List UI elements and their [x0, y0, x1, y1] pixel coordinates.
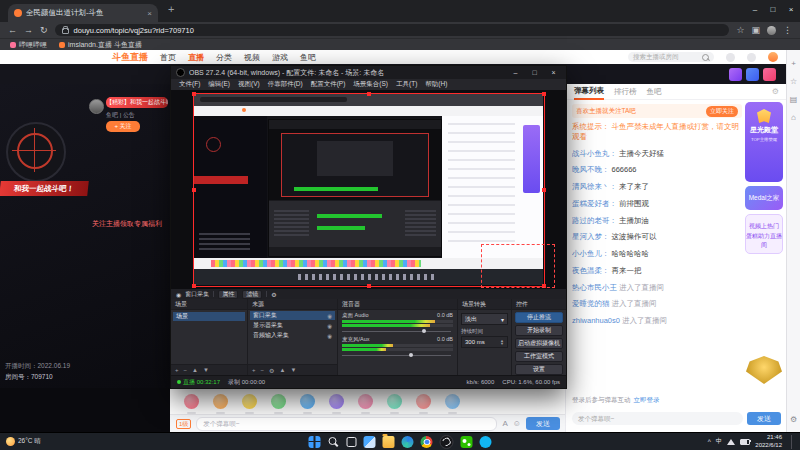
volume-slider[interactable] — [342, 328, 453, 334]
user-avatar[interactable] — [768, 52, 778, 62]
source-item[interactable]: 窗口采集 ◉ — [250, 311, 335, 320]
remove-source-icon[interactable]: − — [261, 367, 265, 373]
tab-close-icon[interactable]: × — [147, 9, 152, 18]
browser-menu-icon[interactable]: ⋮ — [783, 26, 792, 35]
source-up-icon[interactable]: ▲ — [279, 367, 285, 373]
forward-icon[interactable]: → — [24, 26, 33, 35]
show-desktop-button[interactable] — [791, 435, 794, 449]
menu-profile[interactable]: 配置文件(P) — [307, 80, 350, 89]
source-item[interactable]: 显示器采集 ◉ — [250, 321, 335, 330]
rail-collections-icon[interactable]: ▤ — [787, 96, 800, 104]
gift-icon[interactable] — [271, 394, 286, 409]
follow-button[interactable]: + 关注 — [106, 121, 140, 132]
bookmark-item[interactable]: imslandn.直播 斗鱼直播 — [59, 40, 142, 50]
network-icon[interactable] — [727, 439, 735, 445]
gift-icon[interactable] — [358, 394, 373, 409]
chrome-browser-icon[interactable] — [421, 436, 433, 448]
source-settings-icon[interactable]: ⚙ — [269, 367, 274, 374]
tab-danmu-list[interactable]: 弹幕列表 — [574, 84, 604, 100]
source-properties-button[interactable]: 属性 — [218, 290, 238, 299]
stop-streaming-button[interactable]: 停止推流 — [515, 312, 563, 323]
menu-docks[interactable]: 停靠部件(D) — [264, 80, 307, 89]
studio-mode-button[interactable]: 工作室模式 — [515, 351, 563, 362]
search-icon[interactable] — [702, 54, 709, 61]
source-down-icon[interactable]: ▼ — [290, 367, 296, 373]
edge-browser-icon[interactable] — [402, 436, 414, 448]
gift-icon[interactable] — [445, 394, 460, 409]
promo-card-widget[interactable]: 视频上热门 蛋糕助力直播间 — [745, 214, 783, 254]
starlight-hall-widget[interactable]: 星光殿堂 TOP主播荣耀 — [745, 102, 783, 182]
obs-minimize-button[interactable]: – — [508, 66, 523, 79]
search-input[interactable]: 搜索主播或房间 — [628, 52, 714, 62]
menu-help[interactable]: 帮助(H) — [421, 80, 451, 89]
activity-badge-icon[interactable] — [763, 68, 776, 81]
new-tab-button[interactable]: + — [168, 3, 174, 15]
anchor-avatar[interactable] — [89, 99, 104, 114]
eye-icon[interactable]: ◉ — [327, 323, 332, 329]
gift-icon[interactable] — [416, 394, 431, 409]
menu-edit[interactable]: 编辑(E) — [204, 80, 234, 89]
menu-view[interactable]: 视图(V) — [234, 80, 264, 89]
start-button-icon[interactable] — [309, 436, 321, 448]
wechat-icon[interactable] — [461, 436, 473, 448]
gift-icon[interactable] — [184, 394, 199, 409]
obs-maximize-button[interactable]: □ — [527, 66, 542, 79]
nav-games[interactable]: 游戏 — [272, 52, 288, 63]
browser-profile-avatar[interactable] — [767, 26, 776, 35]
gift-icon[interactable] — [387, 394, 402, 409]
source-filters-button[interactable]: 滤镜 — [242, 290, 262, 299]
obs-preview[interactable] — [171, 90, 566, 289]
extensions-icon[interactable]: ▣ — [751, 26, 760, 35]
tray-expand-icon[interactable]: ^ — [708, 438, 711, 445]
medal-home-widget[interactable]: Medal之家 — [745, 186, 783, 210]
taskbar-search-icon[interactable] — [328, 436, 340, 448]
transition-select[interactable]: 淡出 ▾ — [461, 313, 508, 325]
source-item[interactable]: 音频输入采集 ◉ — [250, 331, 335, 340]
gift-icon[interactable] — [300, 394, 315, 409]
battery-icon[interactable] — [740, 439, 750, 445]
anchor-sub-links[interactable]: 鱼吧 | 公告 — [106, 111, 135, 120]
scene-up-icon[interactable]: ▲ — [192, 367, 198, 373]
remove-scene-icon[interactable]: − — [184, 367, 188, 373]
follow-now-button[interactable]: 立即关注 — [706, 106, 738, 117]
obs-title-bar[interactable]: OBS 27.2.4 (64-bit, windows) - 配置文件: 未命名… — [171, 66, 566, 79]
refresh-icon[interactable]: ↻ — [40, 26, 48, 35]
qq-icon[interactable] — [480, 436, 492, 448]
virtual-camera-button[interactable]: 启动虚拟摄像机 — [515, 338, 563, 349]
gear-icon[interactable]: ⚙ — [271, 291, 276, 298]
bookmark-item[interactable]: 哔哩哔哩 — [10, 40, 47, 50]
send-chat-button[interactable]: 发送 — [747, 412, 781, 425]
chat-settings-icon[interactable]: ⚙ — [772, 87, 779, 96]
obs-close-button[interactable]: × — [546, 66, 561, 79]
address-bar[interactable]: douyu.com/topic/vqj2su?rid=709710 — [55, 24, 730, 36]
login-link[interactable]: 立即登录 — [634, 396, 660, 403]
back-icon[interactable]: ← — [8, 26, 17, 35]
volume-slider[interactable] — [342, 352, 453, 358]
menu-tools[interactable]: 工具(T) — [392, 80, 421, 89]
font-style-icon[interactable]: A — [502, 420, 507, 428]
scene-item[interactable]: 场景 — [173, 312, 245, 321]
tab-yuba[interactable]: 鱼吧 — [647, 85, 662, 99]
emoji-icon[interactable]: ☺ — [513, 420, 521, 428]
rail-home-icon[interactable]: ⌂ — [787, 114, 800, 122]
nav-live[interactable]: 直播 — [188, 52, 204, 63]
nav-home[interactable]: 首页 — [160, 52, 176, 63]
obs-app-icon[interactable] — [440, 435, 454, 449]
eye-icon[interactable]: ◉ — [327, 333, 332, 339]
window-maximize-button[interactable]: □ — [764, 0, 782, 20]
window-minimize-button[interactable]: – — [746, 0, 764, 20]
add-scene-icon[interactable]: + — [175, 367, 179, 373]
ime-indicator[interactable]: 中 — [716, 437, 723, 446]
gift-icon[interactable] — [329, 394, 344, 409]
rail-favorites-icon[interactable]: ☆ — [787, 78, 800, 86]
rail-settings-icon[interactable]: ⚙ — [787, 415, 800, 424]
send-danmu-button[interactable]: 发送 — [526, 417, 560, 430]
message-icon[interactable] — [726, 53, 735, 62]
nav-category[interactable]: 分类 — [216, 52, 232, 63]
notification-icon[interactable] — [747, 53, 756, 62]
weather-widget[interactable]: 26°C 晴 — [6, 437, 41, 446]
douyu-logo[interactable]: 斗鱼直播 — [112, 51, 148, 64]
settings-button[interactable]: 设置 — [515, 364, 563, 375]
duration-spinner[interactable]: 300 ms ▲ ▼ — [461, 336, 508, 348]
nav-yuba[interactable]: 鱼吧 — [300, 52, 316, 63]
